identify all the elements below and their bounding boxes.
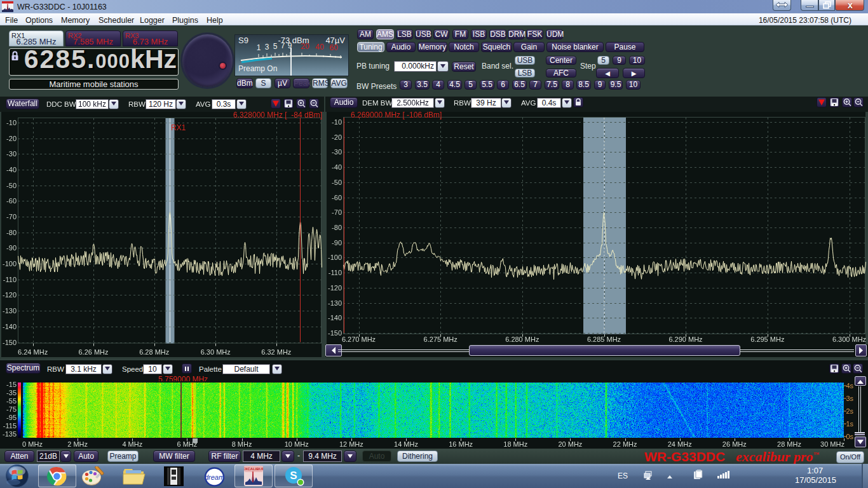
svg-text:7: 7 [281, 41, 285, 50]
svg-text:20: 20 [301, 42, 309, 51]
svg-text:40: 40 [315, 43, 324, 51]
svg-text:60: 60 [329, 43, 338, 52]
svg-text:S9: S9 [238, 36, 248, 45]
svg-text:S: S [290, 470, 297, 482]
svg-text:3: 3 [265, 43, 269, 51]
svg-text:5: 5 [273, 42, 278, 51]
svg-text:EXCALIBUR: EXCALIBUR [244, 467, 263, 471]
svg-text:1: 1 [257, 43, 261, 52]
svg-text:Preamp On: Preamp On [238, 64, 277, 73]
svg-text:dream: dream [205, 473, 224, 481]
